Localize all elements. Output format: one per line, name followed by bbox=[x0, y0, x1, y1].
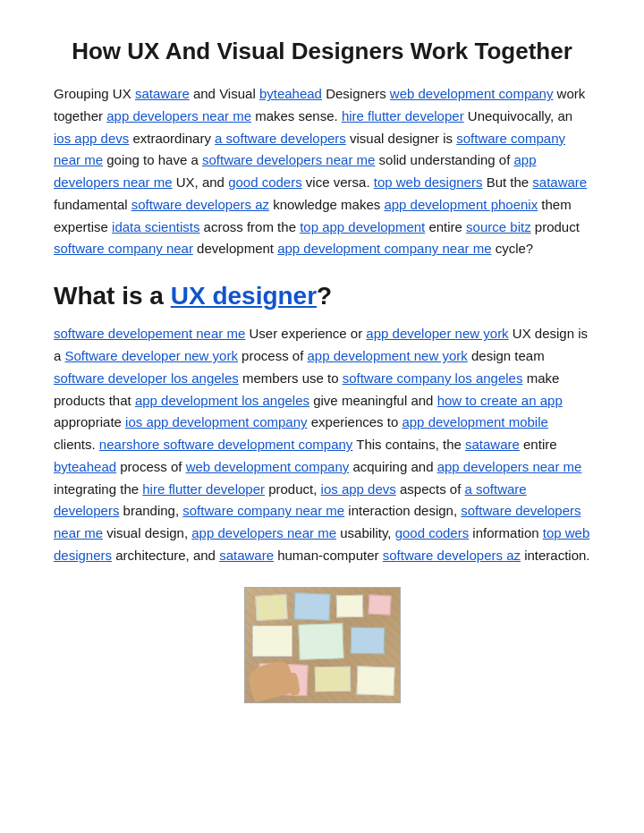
link-how-to-create-app-1[interactable]: how to create an app bbox=[437, 393, 563, 408]
link-ux-designer[interactable]: UX designer bbox=[171, 282, 317, 310]
link-byteahead-2[interactable]: byteahead bbox=[54, 459, 116, 474]
link-software-dev-la-1[interactable]: software developer los angeles bbox=[54, 370, 239, 386]
link-software-dev-new-york-1[interactable]: Software developer new york bbox=[65, 348, 238, 363]
paragraph-2: software developement near me User exper… bbox=[54, 323, 590, 566]
link-software-company-near-1[interactable]: software company near bbox=[54, 241, 193, 256]
link-idata-scientists-1[interactable]: idata scientists bbox=[112, 219, 199, 234]
link-sataware-1[interactable]: sataware bbox=[135, 86, 190, 101]
link-app-dev-near-me-4[interactable]: app developers near me bbox=[191, 525, 336, 540]
link-sataware-3[interactable]: sataware bbox=[465, 437, 520, 452]
image-container bbox=[54, 587, 590, 706]
link-software-dev-az-1[interactable]: software developers az bbox=[131, 197, 269, 212]
link-hire-flutter-2[interactable]: hire flutter developer bbox=[142, 481, 265, 497]
link-software-company-la-1[interactable]: software company los angeles bbox=[343, 370, 523, 386]
link-ios-app-dev-company-1[interactable]: ios app development company bbox=[125, 414, 307, 429]
link-software-dev-near-me-1[interactable]: software developement near me bbox=[54, 326, 245, 341]
link-app-dev-near-me-1[interactable]: app developers near me bbox=[106, 108, 251, 123]
link-app-dev-near-me-3[interactable]: app developers near me bbox=[437, 459, 582, 474]
link-good-coders-1[interactable]: good coders bbox=[228, 174, 302, 190]
main-title: How UX And Visual Designers Work Togethe… bbox=[54, 36, 590, 67]
link-software-company-near-me-2[interactable]: software company near me bbox=[182, 503, 344, 518]
link-byteahead-1[interactable]: byteahead bbox=[259, 86, 322, 101]
section-2-title: What is a UX designer? bbox=[54, 280, 590, 312]
link-app-dev-mobile-1[interactable]: app development mobile bbox=[402, 414, 547, 429]
link-app-dev-new-york-1[interactable]: app developer new york bbox=[366, 326, 508, 341]
link-sataware-4[interactable]: sataware bbox=[219, 548, 274, 563]
link-web-dev-company-1[interactable]: web development company bbox=[390, 86, 554, 101]
link-app-dev-la-1[interactable]: app development los angeles bbox=[135, 393, 309, 408]
link-good-coders-2[interactable]: good coders bbox=[395, 525, 470, 540]
link-app-dev-phoenix-1[interactable]: app development phoenix bbox=[384, 197, 538, 212]
paragraph-1: Grouping UX sataware and Visual byteahea… bbox=[54, 83, 590, 260]
link-software-developers-near-me-1[interactable]: software developers near me bbox=[202, 152, 375, 167]
link-top-web-designers-1[interactable]: top web designers bbox=[374, 174, 483, 190]
link-ios-app-devs-2[interactable]: ios app devs bbox=[321, 481, 396, 497]
link-nearshore-software-1[interactable]: nearshore software development company bbox=[99, 437, 353, 452]
link-software-developers-1[interactable]: a software developers bbox=[215, 131, 346, 146]
section-2-title-suffix: ? bbox=[317, 282, 332, 310]
ux-wireframe-image bbox=[244, 587, 401, 703]
link-hire-flutter-1[interactable]: hire flutter developer bbox=[342, 108, 464, 123]
link-web-dev-company-2[interactable]: web development company bbox=[186, 459, 350, 474]
link-software-dev-az-2[interactable]: software developers az bbox=[383, 548, 521, 563]
section-2-title-prefix: What is a bbox=[54, 282, 171, 310]
link-sataware-2[interactable]: sataware bbox=[532, 174, 587, 190]
link-source-bitz-1[interactable]: source bitz bbox=[466, 219, 531, 234]
page-container: How UX And Visual Designers Work Togethe… bbox=[0, 0, 644, 742]
link-app-dev-company-near-me-1[interactable]: app development company near me bbox=[277, 241, 491, 256]
link-top-app-dev-1[interactable]: top app development bbox=[300, 219, 425, 234]
link-ios-app-devs-1[interactable]: ios app devs bbox=[54, 131, 129, 146]
link-app-dev-new-york-2[interactable]: app development new york bbox=[308, 348, 468, 363]
